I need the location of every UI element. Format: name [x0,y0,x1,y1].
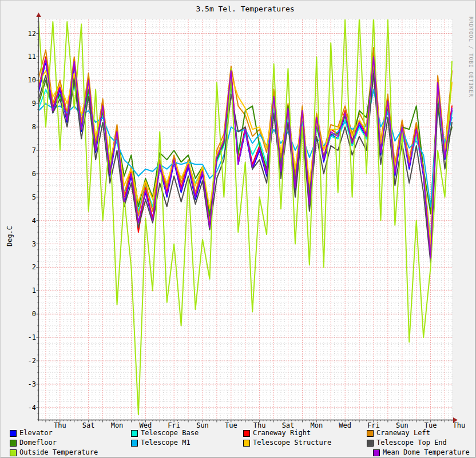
y-tick-label-5: 5 [12,193,36,201]
x-tick-label-2-mon: Mon [106,421,129,429]
y-tick-label--2: -2 [12,357,36,365]
telescope-top-end-swatch [367,440,374,447]
x-tick-label-8-sat: Sat [276,421,299,429]
mean-dome-temperature-swatch [373,449,380,456]
elevator-swatch [10,430,17,437]
x-tick-label-0-thu: Thu [49,421,72,429]
y-tick-label-9: 9 [12,99,36,107]
y-tick-label--4: -4 [12,404,36,412]
telescope-m1-swatch [131,440,138,447]
x-tick-label-12-sun: Sun [391,421,414,429]
telescope-base-swatch [131,430,138,437]
y-tick-label-11: 11 [12,53,36,61]
x-tick-label-14-thu: Thu [447,421,470,429]
x-tick-label-13-tue: Tue [419,421,442,429]
x-tick-label-9-mon: Mon [305,421,328,429]
telescope-base-label: Telescope Base [141,429,199,437]
x-tick-label-7-thu: Thu [248,421,271,429]
craneway-left-swatch [367,430,374,437]
craneway-right-label: Craneway Right [253,429,311,437]
x-tick-label-6-tue: Tue [220,421,243,429]
y-tick-label-1: 1 [12,286,36,294]
x-tick-label-1-sat: Sat [77,421,100,429]
y-tick-label-10: 10 [12,76,36,84]
x-tick-label-11-fri: Fri [362,421,385,429]
telescope-structure-swatch [243,440,250,447]
mean-dome-temperature-label: Mean Dome Temperature [383,449,470,456]
craneway-left-label: Craneway Left [376,429,430,437]
y-tick-label--1: -1 [12,333,36,341]
craneway-right-swatch [243,430,250,437]
y-tick-label-8: 8 [12,123,36,131]
outside-temperature-swatch [10,449,17,456]
domefloor-label: Domefloor [19,439,57,447]
x-tick-label-4-fri: Fri [162,421,185,429]
domefloor-swatch [10,440,17,447]
elevator-label: Elevator [19,429,53,437]
x-tick-label-10-wed: Wed [334,421,356,429]
y-tick-label-4: 4 [12,217,36,225]
y-tick-label-6: 6 [12,170,36,178]
y-tick-label-3: 3 [12,240,36,248]
x-tick-label-5-sun: Sun [191,421,214,429]
y-tick-label--3: -3 [12,380,36,388]
y-tick-label-7: 7 [12,146,36,154]
outside-temperature-label: Outside Temperature [19,449,98,456]
y-tick-label-12: 12 [12,30,36,38]
x-tick-label-3-wed: Wed [134,421,157,429]
y-tick-label-2: 2 [12,263,36,271]
telescope-m1-label: Telescope M1 [141,439,191,447]
telescope-structure-label: Telescope Structure [253,439,331,447]
y-tick-label-0: 0 [12,310,36,318]
telescope-top-end-label: Telescope Top End [376,439,447,447]
rrdtool-graph: 3.5m Tel. Temperatures Deg.C RRDTOOL / T… [0,0,476,458]
